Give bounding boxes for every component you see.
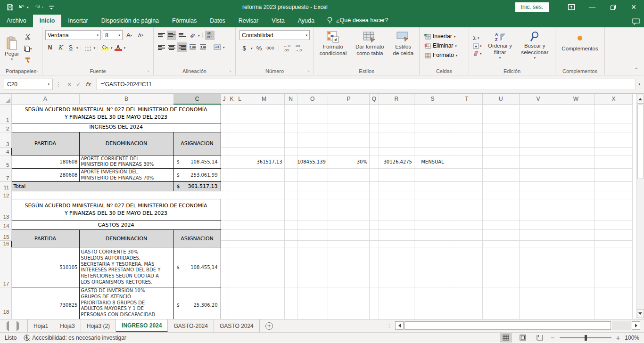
- sheet-tab-hoja3-2[interactable]: Hoja3 (2): [81, 319, 116, 332]
- number-dialog-launcher[interactable]: →: [307, 69, 312, 74]
- row-header-5[interactable]: 5: [0, 155, 11, 168]
- format-painter-icon[interactable]: [23, 56, 33, 65]
- italic-button[interactable]: K: [56, 43, 65, 52]
- save-icon[interactable]: [7, 4, 14, 11]
- cell-ingresos-title[interactable]: INGRESOS DEL 2024: [11, 123, 221, 132]
- underline-button[interactable]: S: [66, 43, 75, 52]
- format-as-table-button[interactable]: Dar formato como tabla: [350, 29, 389, 59]
- cell-O5[interactable]: 108455,139: [297, 155, 328, 168]
- font-color-icon[interactable]: A: [114, 43, 123, 52]
- sign-in-button[interactable]: Inic. ses.: [515, 2, 549, 12]
- cell-den-510105[interactable]: GASTO CORRIENTE 30%SUELDOS AUTORIDADES,S…: [79, 247, 173, 287]
- vertical-scroll-thumb[interactable]: [637, 105, 644, 179]
- sheet-tab-hoja3[interactable]: Hoja3: [54, 319, 81, 332]
- close-button[interactable]: ×: [623, 0, 644, 14]
- col-header-T[interactable]: T: [451, 94, 482, 104]
- collapse-ribbon-icon[interactable]: ⌃: [635, 67, 638, 72]
- row-header-15[interactable]: 15: [0, 230, 11, 241]
- col-header-N[interactable]: N: [284, 94, 297, 104]
- tab-ayuda[interactable]: Ayuda: [291, 15, 321, 27]
- tab-splitter-handle[interactable]: ⋮: [387, 323, 391, 329]
- cell-partida-510105[interactable]: 510105: [11, 247, 79, 287]
- vertical-scrollbar[interactable]: [636, 94, 644, 319]
- empty-row[interactable]: [11, 191, 221, 199]
- cell-den-280608[interactable]: APORTE INVERSIÓN DELMINISTERIO DE FINANZ…: [79, 168, 173, 181]
- cell-gastos-title[interactable]: GASTOS 2024: [11, 220, 221, 230]
- col-header-J[interactable]: J: [221, 94, 228, 104]
- sheet-tab-gasto-2024b[interactable]: GASTO 2024: [214, 319, 260, 332]
- namebox-splitter[interactable]: ⋮: [56, 81, 62, 88]
- col-header-P[interactable]: P: [328, 94, 369, 104]
- formula-input[interactable]: ='GASTO-2024'!C11: [96, 79, 636, 90]
- wrap-text-icon[interactable]: abc↵: [205, 31, 215, 40]
- align-middle-icon[interactable]: [167, 31, 176, 40]
- zoom-slider-thumb[interactable]: [585, 335, 587, 341]
- insert-cells-button[interactable]: Insertar▾: [424, 33, 464, 40]
- col-header-K[interactable]: K: [228, 94, 236, 104]
- select-all-corner[interactable]: [0, 94, 11, 104]
- hscroll-right-icon[interactable]: [632, 321, 640, 330]
- find-select-button[interactable]: Buscar y seleccionar ▾: [517, 29, 553, 61]
- addins-button[interactable]: Complementos: [557, 31, 603, 54]
- clipboard-dialog-launcher[interactable]: →: [35, 69, 40, 74]
- row-header-16[interactable]: 16: [0, 241, 11, 247]
- cell-title-acuerdo-1[interactable]: SEGÚN ACUERDO MINISTERIAL Nº 027 DEL MIN…: [11, 104, 221, 123]
- page-layout-view-icon[interactable]: [517, 333, 529, 343]
- autosum-icon[interactable]: Σ▾: [473, 34, 482, 41]
- paste-button[interactable]: Pegar ▾: [2, 34, 22, 62]
- cell-partida-180608[interactable]: 180608: [11, 155, 79, 168]
- hscroll-left-icon[interactable]: [395, 321, 404, 330]
- decrease-font-icon[interactable]: A▾: [136, 31, 145, 40]
- cell-partida-730825[interactable]: 730825: [11, 287, 79, 319]
- col-header-A[interactable]: A: [11, 94, 79, 104]
- ribbon-display-options-icon[interactable]: [561, 0, 582, 14]
- tab-formulas[interactable]: Fórmulas: [165, 15, 203, 27]
- cell-styles-button[interactable]: Estilos de celda: [389, 29, 417, 59]
- col-header-M[interactable]: M: [244, 94, 284, 104]
- number-format-combo[interactable]: Contabilidad▾: [239, 30, 310, 40]
- cell-val-730825[interactable]: $25.306,20: [173, 287, 221, 319]
- enter-entry-icon[interactable]: ✓: [76, 81, 81, 88]
- delete-cells-button[interactable]: Eliminar▾: [424, 42, 464, 49]
- col-header-R[interactable]: R: [379, 94, 414, 104]
- comments-icon[interactable]: [632, 18, 640, 25]
- cell-val-510105[interactable]: $108.455,14: [173, 247, 221, 287]
- cell-S5[interactable]: MENSUAL: [414, 155, 451, 168]
- customize-qat-icon[interactable]: [48, 4, 55, 10]
- header-partida-2[interactable]: PARTIDA: [11, 230, 79, 247]
- align-center-icon[interactable]: [167, 42, 176, 52]
- row-header-18[interactable]: 18: [0, 287, 11, 319]
- borders-icon[interactable]: [83, 43, 93, 52]
- row-header-1[interactable]: 1: [0, 104, 11, 123]
- sort-filter-button[interactable]: AZ Ordenar y filtrar ▾: [484, 29, 517, 61]
- row-header-11[interactable]: 11: [0, 182, 11, 191]
- cell-total-value[interactable]: $361.517,13: [173, 182, 221, 191]
- font-name-combo[interactable]: Verdana▾: [45, 30, 101, 40]
- tab-archivo[interactable]: Archivo: [0, 15, 33, 27]
- fill-color-icon[interactable]: [100, 43, 110, 52]
- header-asignacion[interactable]: ASIGNACION: [173, 132, 221, 155]
- cell-den-730825[interactable]: GASTO DE INVERSION 10%GRUPOS DE ATENCIÓP…: [79, 287, 173, 319]
- sheet-tab-hoja1[interactable]: Hoja1: [27, 319, 54, 332]
- accessibility-status[interactable]: Accesibilidad: es necesario investigar: [23, 334, 126, 341]
- orientation-icon[interactable]: ab: [186, 29, 199, 42]
- font-dialog-launcher[interactable]: →: [147, 69, 151, 74]
- row-header-17[interactable]: 17: [0, 247, 11, 287]
- zoom-out-icon[interactable]: −: [551, 334, 555, 341]
- cell-total-label[interactable]: Total: [11, 182, 173, 191]
- clear-icon[interactable]: ▾: [473, 51, 482, 56]
- accounting-format-icon[interactable]: $: [239, 43, 249, 53]
- cell-val-180608[interactable]: $108.455,14: [173, 155, 221, 168]
- col-header-S[interactable]: S: [414, 94, 451, 104]
- prev-sheet-icon[interactable]: [7, 323, 9, 329]
- decrease-decimal-icon[interactable]: .00→,0: [294, 43, 303, 53]
- cut-icon[interactable]: [23, 32, 33, 41]
- col-header-V[interactable]: V: [519, 94, 557, 104]
- col-header-X[interactable]: X: [594, 94, 632, 104]
- sheet-tab-ingreso-2024[interactable]: INGRESO 2024: [116, 319, 168, 332]
- increase-font-icon[interactable]: A▴: [124, 31, 134, 40]
- alignment-dialog-launcher[interactable]: →: [229, 69, 233, 74]
- header-denominacion[interactable]: DENOMINACION: [79, 132, 173, 155]
- cancel-entry-icon[interactable]: ×: [67, 81, 71, 88]
- grid-cell[interactable]: [221, 104, 228, 123]
